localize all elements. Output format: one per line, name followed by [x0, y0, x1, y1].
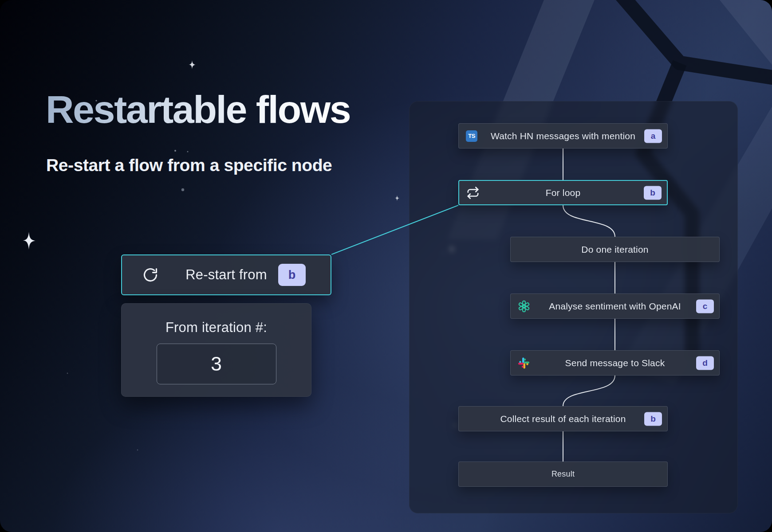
flow-node-result[interactable]: Result: [458, 462, 668, 487]
iteration-label: From iteration #:: [122, 320, 311, 336]
flow-node-collect-results[interactable]: Collect result of each iteration b: [458, 406, 668, 431]
openai-icon: [518, 300, 530, 313]
iteration-card: From iteration #:: [121, 303, 311, 397]
flow-node-send-slack[interactable]: Send message to Slack d: [510, 350, 720, 376]
flow-node-analyse-sentiment[interactable]: Analyse sentiment with OpenAI c: [510, 293, 720, 319]
typescript-icon: TS: [466, 130, 477, 142]
restart-step-badge: b: [278, 264, 306, 286]
iteration-input[interactable]: [157, 344, 276, 384]
node-badge-a: a: [644, 129, 662, 143]
flow-node-do-one-iteration[interactable]: Do one iteration: [510, 237, 720, 262]
flow-node-for-loop[interactable]: For loop b: [458, 180, 668, 205]
node-badge-b2: b: [644, 412, 662, 426]
node-badge-d: d: [696, 356, 714, 370]
repeat-icon: [466, 186, 480, 200]
restart-from-card[interactable]: Re-start from b: [121, 254, 331, 295]
page-title: Restartable flows: [46, 87, 350, 132]
flow-node-watch-hn[interactable]: TS Watch HN messages with mention a: [458, 123, 668, 149]
page-subtitle: Re-start a flow from a specific node: [46, 156, 332, 175]
node-badge-c: c: [696, 299, 714, 313]
node-badge-b: b: [644, 186, 662, 200]
slack-icon: [518, 357, 530, 369]
restartable-flows-promo: Restartable flows Re-start a flow from a…: [0, 0, 772, 532]
